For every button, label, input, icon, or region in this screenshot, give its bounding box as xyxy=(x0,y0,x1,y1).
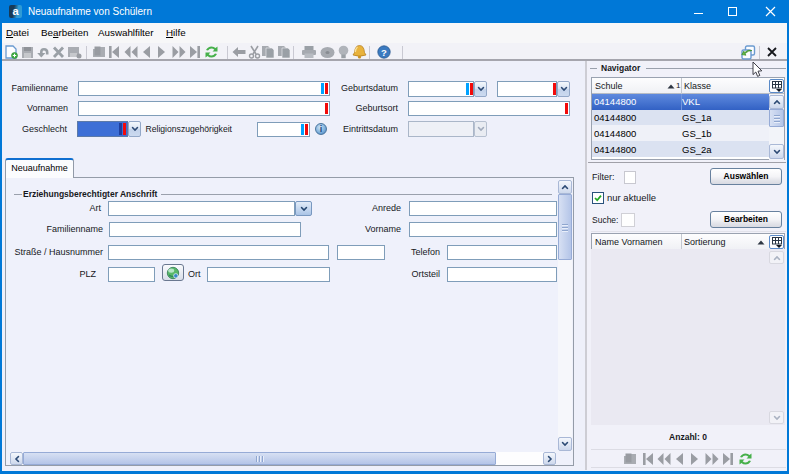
svg-text:?: ? xyxy=(381,47,387,58)
